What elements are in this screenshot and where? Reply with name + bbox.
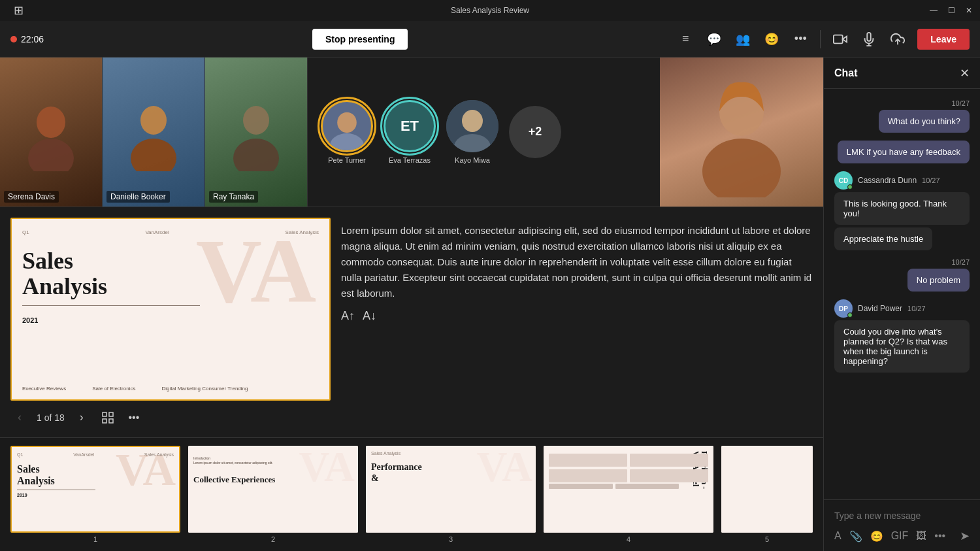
recording-time: 22:06 bbox=[21, 34, 44, 44]
chat-input-field[interactable] bbox=[834, 508, 970, 524]
menu-icon[interactable]: ≡ bbox=[676, 30, 694, 48]
recording-dot bbox=[10, 36, 17, 42]
participant-name-pete: Pete Turner bbox=[328, 156, 365, 164]
thumb-5[interactable] bbox=[721, 446, 813, 533]
thumb-3-wrapper: VA Sales Analysis Performance& 3 bbox=[366, 446, 536, 543]
maximize-btn[interactable]: ☐ bbox=[948, 6, 955, 15]
svg-rect-17 bbox=[103, 412, 106, 416]
chat-send-button[interactable]: ➤ bbox=[960, 529, 970, 543]
next-slide-btn[interactable]: › bbox=[73, 409, 91, 427]
chat-icon[interactable]: 💬 bbox=[705, 30, 723, 48]
msg-bubble-5: Could you dive into what's planned for Q… bbox=[834, 320, 970, 373]
slide-footer: Executive Reviews Sale of Electronics Di… bbox=[22, 386, 319, 392]
app-grid-btn[interactable]: ⊞ bbox=[8, 0, 29, 21]
slide-area: Q1 VanArsdel Sales Analysis VA SalesAnal… bbox=[0, 207, 823, 437]
msg-group-3: CD Cassandra Dunn 10/27 This is looking … bbox=[834, 171, 970, 250]
stop-presenting-button[interactable]: Stop presenting bbox=[312, 29, 408, 50]
avatar-pete[interactable] bbox=[321, 100, 373, 152]
thumb-5-inner bbox=[721, 446, 813, 533]
chat-attach-btn[interactable]: 📎 bbox=[849, 530, 862, 543]
speaker-notes: Lorem ipsum dolor sit amet, consectetur … bbox=[341, 218, 813, 427]
slide-footer-2: Sale of Electronics bbox=[92, 386, 135, 392]
slide-title: SalesAnalysis bbox=[22, 248, 319, 300]
slide-analysis-label: Sales Analysis bbox=[285, 229, 319, 235]
thumb-3[interactable]: VA Sales Analysis Performance& bbox=[366, 446, 536, 533]
thumb-2-num: 2 bbox=[271, 535, 275, 543]
chat-format-btn[interactable]: A bbox=[834, 530, 841, 542]
svg-point-11 bbox=[330, 133, 364, 152]
chat-close-btn[interactable]: ✕ bbox=[960, 66, 970, 80]
minimize-btn[interactable]: — bbox=[930, 6, 938, 15]
chat-gif-btn[interactable]: GIF bbox=[891, 530, 909, 542]
chat-messages: 10/27 What do you think? LMK if you have… bbox=[824, 89, 980, 499]
more-options-icon[interactable]: ••• bbox=[791, 30, 809, 48]
thumb-2-body: Lorem ipsum dolor sit amet, consectetur … bbox=[193, 461, 353, 465]
slide-inner: Q1 VanArsdel Sales Analysis VA SalesAnal… bbox=[12, 219, 329, 399]
svg-rect-20 bbox=[109, 419, 113, 423]
thumb-3-inner: VA Sales Analysis Performance& bbox=[366, 446, 536, 533]
thumb-2-inner: VA Introduction Lorem ipsum dolor sit am… bbox=[188, 446, 358, 533]
font-increase-btn[interactable]: A↑ bbox=[341, 309, 355, 323]
close-btn[interactable]: ✕ bbox=[966, 6, 972, 15]
thumb-1-inner: VA Q1VanArsdelSales Analysis SalesAnalys… bbox=[12, 447, 179, 531]
participant-pete-wrapper: Pete Turner bbox=[321, 100, 373, 164]
thumb-4-inner: Fabrikam -VanArsdel bbox=[544, 446, 713, 533]
participant-name-danielle: Danielle Booker bbox=[106, 191, 170, 203]
thumb-2-label: Collective Experiences bbox=[193, 475, 353, 485]
chat-more-btn[interactable]: ••• bbox=[934, 530, 945, 542]
camera-icon[interactable] bbox=[831, 30, 849, 48]
leave-button[interactable]: Leave bbox=[917, 29, 970, 50]
prev-slide-btn[interactable]: ‹ bbox=[10, 409, 29, 427]
avatar-david: DP bbox=[834, 299, 853, 318]
participant-eva-wrapper: ET Eva Terrazas bbox=[384, 100, 436, 164]
people-icon[interactable]: 👥 bbox=[734, 30, 752, 48]
svg-point-16 bbox=[702, 139, 781, 197]
msg-bubble-3b: Appreciate the hustle bbox=[834, 227, 932, 250]
msg-bubble-4: No problem bbox=[907, 269, 970, 292]
title-bar: ⊞ Sales Analysis Review — ☐ ✕ bbox=[0, 0, 980, 21]
chat-sticker-btn[interactable]: 🖼 bbox=[916, 530, 926, 542]
font-decrease-btn[interactable]: A↓ bbox=[363, 309, 376, 323]
participant-serena: Serena Davis bbox=[0, 58, 103, 207]
slide-year: 2021 bbox=[22, 316, 319, 324]
chat-header: Chat ✕ bbox=[824, 58, 980, 89]
thumbnails-row: VA Q1VanArsdelSales Analysis SalesAnalys… bbox=[0, 437, 823, 551]
msg-bubble-2: LMK if you have any feedback bbox=[838, 141, 970, 163]
avatar-eva[interactable]: ET bbox=[384, 100, 436, 152]
slide-more-btn[interactable]: ••• bbox=[125, 409, 143, 427]
thumb-4[interactable]: Fabrikam -VanArsdel bbox=[544, 446, 713, 533]
main-area: Serena Davis Danielle Booker bbox=[0, 58, 980, 551]
thumb-1-header: Q1VanArsdelSales Analysis bbox=[17, 452, 174, 457]
slide-frame[interactable]: Q1 VanArsdel Sales Analysis VA SalesAnal… bbox=[10, 218, 331, 401]
participant-danielle: Danielle Booker bbox=[103, 58, 205, 207]
chat-emoji-btn[interactable]: 😊 bbox=[870, 530, 883, 543]
microphone-icon[interactable] bbox=[860, 30, 878, 48]
sender-name-cassandra: Cassandra Dunn bbox=[858, 176, 917, 185]
svg-point-8 bbox=[243, 106, 269, 135]
emoji-reaction-icon[interactable]: 😊 bbox=[762, 30, 781, 48]
thumb-2[interactable]: VA Introduction Lorem ipsum dolor sit am… bbox=[188, 446, 358, 533]
thumb-1[interactable]: VA Q1VanArsdelSales Analysis SalesAnalys… bbox=[10, 446, 180, 533]
participant-more-badge[interactable]: +2 bbox=[509, 106, 561, 158]
participant-name-ray: Ray Tanaka bbox=[209, 191, 258, 203]
slide-grid-view-btn[interactable] bbox=[99, 409, 117, 427]
svg-rect-19 bbox=[103, 419, 106, 423]
msg-bubble-3a: This is looking good. Thank you! bbox=[834, 192, 970, 225]
thumb-4-row bbox=[549, 484, 708, 489]
thumb-1-num: 1 bbox=[93, 535, 97, 543]
slide-footer-3: Digital Marketing Consumer Trending bbox=[161, 386, 248, 392]
divider bbox=[820, 30, 821, 48]
thumb-2-wrapper: VA Introduction Lorem ipsum dolor sit am… bbox=[188, 446, 358, 543]
slide-container: Q1 VanArsdel Sales Analysis VA SalesAnal… bbox=[10, 218, 331, 427]
avatar-cassandra: CD bbox=[834, 171, 853, 190]
chat-input-area: A 📎 😊 GIF 🖼 ••• ➤ bbox=[824, 499, 980, 551]
share-icon[interactable] bbox=[889, 30, 907, 48]
svg-rect-0 bbox=[834, 35, 843, 43]
slide-counter: 1 of 18 bbox=[37, 412, 65, 423]
online-indicator-cassandra bbox=[847, 184, 853, 190]
svg-rect-18 bbox=[109, 412, 113, 416]
participants-row: Serena Davis Danielle Booker bbox=[0, 58, 823, 207]
msg-group-1: 10/27 What do you think? bbox=[834, 99, 970, 133]
online-indicator-david bbox=[847, 312, 853, 318]
avatar-kayo[interactable] bbox=[446, 100, 498, 152]
